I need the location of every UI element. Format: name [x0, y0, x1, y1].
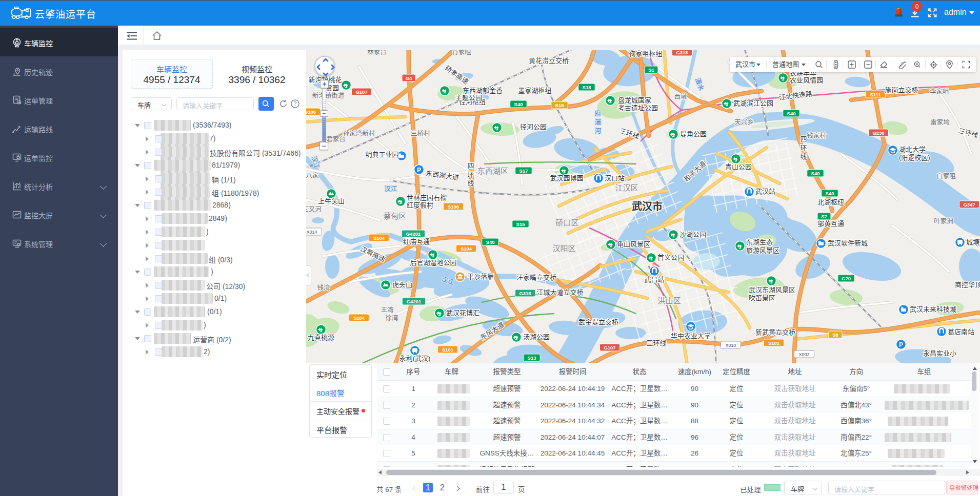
svg-text:葛店南站: 葛店南站	[948, 328, 974, 336]
svg-text:武汉市: 武汉市	[632, 200, 663, 212]
svg-text:蔡甸区: 蔡甸区	[383, 212, 406, 220]
svg-text:武汉花博汇: 武汉花博汇	[446, 309, 479, 317]
svg-text:武汉软件新城: 武汉软件新城	[828, 239, 868, 247]
svg-text:湖北大学: 湖北大学	[899, 146, 926, 153]
svg-text:S106: S106	[306, 109, 316, 115]
svg-text:环: 环	[467, 171, 474, 178]
svg-text:G230: G230	[872, 130, 884, 136]
svg-text:四: 四	[467, 162, 474, 170]
svg-text:红度假村: 红度假村	[407, 201, 433, 209]
svg-text:S13: S13	[528, 355, 536, 361]
svg-text:平沙落雁: 平沙落雁	[467, 273, 494, 280]
svg-text:环: 环	[800, 144, 807, 152]
svg-text:河: 河	[595, 128, 602, 135]
svg-text:X014: X014	[306, 230, 317, 235]
svg-text:北湖枢纽: 北湖枢纽	[817, 198, 844, 206]
svg-text:S104: S104	[461, 246, 472, 252]
svg-text:S40: S40	[811, 171, 820, 176]
svg-text:龟山风景区: 龟山风景区	[617, 240, 650, 248]
svg-text:主题公园: 主题公园	[455, 94, 482, 101]
svg-text:永利(武汉): 永利(武汉)	[399, 355, 431, 362]
svg-text:江汉区: 江汉区	[615, 183, 638, 192]
svg-text:S111: S111	[870, 92, 881, 97]
svg-text:鞠家咀枢纽: 鞠家咀枢纽	[629, 50, 662, 57]
svg-text:府: 府	[595, 110, 602, 117]
svg-text:S106: S106	[448, 204, 459, 210]
svg-text:S15: S15	[516, 221, 526, 227]
svg-text:S101: S101	[768, 340, 780, 346]
svg-text:三叉河: 三叉河	[306, 206, 322, 213]
svg-text:八家: 八家	[306, 172, 319, 179]
svg-text:G318: G318	[519, 291, 531, 296]
svg-text:世林庄园石榴: 世林庄园石榴	[407, 194, 447, 201]
svg-text:G4: G4	[406, 75, 412, 81]
svg-text:四: 四	[800, 135, 807, 143]
svg-text:S40: S40	[826, 191, 834, 196]
svg-text:S17: S17	[519, 168, 528, 174]
svg-text:武汉站: 武汉站	[755, 188, 775, 195]
svg-text:(阳逻校区): (阳逻校区)	[899, 154, 930, 161]
svg-text:G107: G107	[604, 345, 615, 350]
svg-text:G4201: G4201	[406, 231, 421, 237]
svg-text:孙家湾新村: 孙家湾新村	[343, 130, 375, 137]
svg-text:王湾: 王湾	[381, 306, 393, 314]
svg-text:雷家垮: 雷家垮	[930, 118, 950, 126]
svg-text:S101: S101	[442, 347, 454, 353]
svg-text:首义公园: 首义公园	[657, 254, 684, 261]
svg-text:李家咀: 李家咀	[930, 88, 949, 95]
svg-text:G318: G318	[676, 50, 688, 55]
svg-text:华中农业大学: 华中农业大学	[671, 332, 711, 340]
svg-text:径河公园: 径河公园	[520, 123, 547, 131]
svg-text:天兴乡: 天兴乡	[734, 119, 754, 126]
svg-text:沙湖公园: 沙湖公园	[679, 231, 706, 238]
svg-text:农业风情园: 农业风情园	[790, 76, 823, 84]
svg-text:武金堤立交桥: 武金堤立交桥	[578, 318, 618, 326]
svg-text:S40: S40	[486, 239, 495, 245]
svg-text:S104: S104	[373, 235, 385, 241]
svg-text:考古遗址公园: 考古遗址公园	[618, 104, 658, 112]
svg-text:城塘新: 城塘新	[966, 238, 980, 246]
svg-text:G70: G70	[842, 276, 851, 281]
svg-text:汉江: 汉江	[384, 185, 397, 193]
svg-text:硚口区: 硚口区	[555, 218, 578, 227]
svg-text:线: 线	[800, 153, 807, 160]
svg-text:江城大道立交桥: 江城大道立交桥	[536, 288, 583, 296]
svg-text:S40: S40	[787, 111, 796, 116]
svg-text:S40: S40	[514, 101, 523, 107]
svg-text:汉口站: 汉口站	[605, 174, 625, 182]
svg-text:三桥村: 三桥村	[411, 130, 430, 137]
svg-text:盘龙城国家: 盘龙城国家	[618, 96, 651, 104]
svg-text:三环线: 三环线	[646, 339, 666, 347]
svg-text:G107: G107	[355, 89, 367, 95]
svg-text:后官湖湿地公园: 后官湖湿地公园	[410, 259, 456, 266]
svg-text:新武黄立交桥: 新武黄立交桥	[755, 328, 795, 336]
svg-text:肖家咀: 肖家咀	[452, 50, 471, 56]
svg-text:新沟镇街道: 新沟镇街道	[312, 92, 345, 99]
svg-text:线: 线	[467, 179, 474, 187]
svg-text:澴: 澴	[595, 119, 602, 126]
svg-text:武汉未来科技城: 武汉未来科技城	[910, 305, 956, 313]
svg-text:?: ?	[294, 100, 297, 107]
svg-text:旅游风景区: 旅游风景区	[746, 246, 779, 254]
svg-text:上牛头山: 上牛头山	[318, 197, 345, 205]
svg-text:武昌站: 武昌站	[644, 276, 664, 283]
svg-text:施岗立交桥: 施岗立交桥	[885, 86, 918, 94]
svg-text:S19: S19	[555, 102, 564, 108]
svg-text:汉阳区: 汉阳区	[552, 244, 575, 253]
svg-text:红庙互通: 红庙互通	[403, 238, 430, 245]
svg-text:邹黄互通: 邹黄互通	[817, 220, 844, 228]
svg-text:武汉东湖风景区: 武汉东湖风景区	[749, 286, 795, 294]
svg-text:钱家村: 钱家村	[807, 132, 826, 139]
svg-text:永昌实业小: 永昌实业小	[923, 349, 956, 357]
svg-text:钱湾: 钱湾	[317, 284, 330, 292]
svg-text:吹笛景区: 吹笛景区	[749, 294, 775, 302]
svg-text:墨家湖枢纽: 墨家湖枢纽	[518, 87, 551, 94]
svg-text:青山公园: 青山公园	[725, 163, 752, 171]
svg-text:汤湖公园: 汤湖公园	[523, 333, 550, 341]
svg-text:武汉园博园: 武汉园博园	[550, 174, 583, 182]
svg-text:虎头山: 虎头山	[392, 281, 412, 288]
svg-text:东湖生态: 东湖生态	[746, 238, 773, 246]
svg-text:东西湖区: 东西湖区	[477, 167, 508, 175]
svg-text:叶家洲: 叶家洲	[934, 217, 953, 225]
svg-text:徐湾: 徐湾	[385, 314, 398, 322]
